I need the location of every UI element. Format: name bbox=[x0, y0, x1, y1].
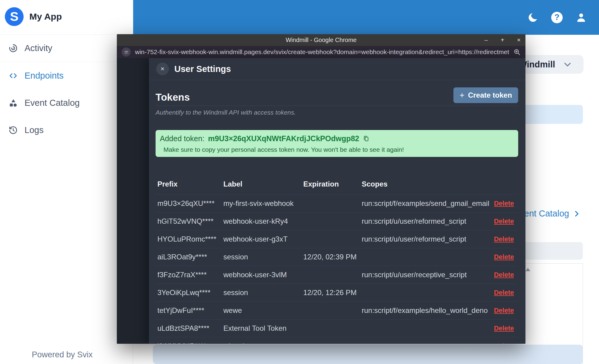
scroll-up-arrow-icon[interactable] bbox=[525, 268, 530, 271]
question-mark-icon: ? bbox=[551, 12, 563, 23]
token-scopes: run:script/u/user/receptive_script bbox=[362, 271, 491, 279]
token-table-row: hGiT52wVNQ**** webhook-user-kRy4 run:scr… bbox=[156, 213, 518, 230]
token-label: session bbox=[223, 288, 303, 297]
token-table-row: tetYjDwFuI**** wewe run:script/f/example… bbox=[156, 302, 518, 320]
token-scopes: run:script/u/user/reformed_script bbox=[362, 235, 491, 243]
app-sidebar: S My App Activity Endpoints Event Catalo… bbox=[0, 0, 133, 364]
token-label: my-first-svix-webhook bbox=[223, 199, 303, 208]
sidebar-header: S My App bbox=[0, 0, 133, 35]
zoom-page-icon[interactable] bbox=[513, 48, 521, 56]
svix-logo-icon: S bbox=[5, 7, 24, 26]
sidebar-item-endpoints[interactable]: Endpoints bbox=[0, 62, 133, 89]
column-header-scopes: Scopes bbox=[362, 180, 491, 188]
column-header-prefix: Prefix bbox=[157, 180, 223, 188]
token-prefix: 3YeOiKpLwq**** bbox=[157, 288, 223, 297]
token-label: webhook-user-3vlM bbox=[223, 271, 303, 279]
tokens-heading: Tokens bbox=[156, 92, 190, 103]
sidebar-item-label: Logs bbox=[25, 125, 44, 135]
token-prefix: aiL3ROat9y**** bbox=[157, 253, 223, 261]
delete-token-link[interactable]: Delete bbox=[494, 253, 514, 261]
sidebar-item-activity[interactable]: Activity bbox=[0, 35, 133, 62]
delete-token-link[interactable]: Delete bbox=[494, 235, 514, 243]
modal-overlay[interactable] bbox=[117, 58, 149, 344]
sidebar-item-label: Activity bbox=[25, 43, 52, 53]
token-table-row: uLdBztSPA8**** External Tool Token Delet… bbox=[156, 320, 518, 337]
token-label: wewe bbox=[223, 306, 303, 315]
create-token-button[interactable]: + Create token bbox=[453, 87, 518, 103]
token-table-row: HYOLuPRomc**** webhook-user-g3xT run:scr… bbox=[156, 230, 518, 248]
endpoints-icon bbox=[8, 71, 18, 80]
token-table-row: m9U3×26qXU**** my-first-svix-webhook run… bbox=[156, 195, 518, 213]
sidebar-item-label: Event Catalog bbox=[25, 98, 80, 108]
window-controls: – + × bbox=[483, 34, 522, 46]
token-value: m9U3×26qXUXqNWtFAKrdjJCkPOdwgp82 bbox=[208, 134, 359, 143]
delete-token-link[interactable]: Delete bbox=[494, 289, 514, 297]
close-window-button[interactable]: × bbox=[516, 37, 522, 44]
added-token-label: Added token: bbox=[160, 134, 204, 143]
delete-token-link[interactable]: Delete bbox=[494, 342, 514, 344]
delete-token-link[interactable]: Delete bbox=[494, 307, 514, 314]
tokens-subtitle: Authentify to the Windmill API with acce… bbox=[156, 109, 518, 116]
chrome-window: Windmill - Google Chrome – + × win-752-f… bbox=[117, 34, 525, 344]
url-input[interactable]: win-752-fix-svix-webhook-win.windmill.pa… bbox=[135, 48, 509, 56]
drawer-body: Tokens + Create token Authentify to the … bbox=[149, 80, 525, 344]
added-token-line: Added token: m9U3×26qXUXqNWtFAKrdjJCkPOd… bbox=[160, 134, 512, 143]
sidebar-item-logs[interactable]: Logs bbox=[0, 116, 133, 144]
activity-icon bbox=[8, 44, 18, 53]
tokens-table-body: m9U3×26qXU**** my-first-svix-webhook run… bbox=[156, 195, 518, 344]
copy-token-button[interactable] bbox=[363, 135, 369, 142]
create-token-label: Create token bbox=[468, 91, 512, 99]
app-title: My App bbox=[29, 11, 62, 22]
tokens-table: Prefix Label Expiration Scopes m9U3×26qX… bbox=[156, 178, 518, 344]
minimize-button[interactable]: – bbox=[483, 37, 489, 44]
user-menu-button[interactable] bbox=[575, 12, 587, 23]
window-titlebar[interactable]: Windmill - Google Chrome – + × bbox=[117, 34, 525, 46]
token-prefix: i9AiXYVkIR**** bbox=[157, 342, 223, 344]
chevron-down-icon bbox=[563, 60, 572, 69]
token-label: session bbox=[223, 253, 303, 261]
sidebar-item-event-catalog[interactable]: Event Catalog bbox=[0, 89, 133, 116]
dark-mode-toggle[interactable] bbox=[527, 12, 538, 23]
token-prefix: tetYjDwFuI**** bbox=[157, 306, 223, 315]
moon-icon bbox=[528, 12, 538, 23]
token-table-row: aiL3ROat9y**** session 12/20, 02:39 PM D… bbox=[156, 248, 518, 266]
close-drawer-button[interactable]: × bbox=[156, 63, 169, 75]
help-button[interactable]: ? bbox=[551, 12, 563, 23]
column-header-expiration: Expiration bbox=[303, 180, 362, 188]
token-prefix: HYOLuPRomc**** bbox=[157, 235, 223, 243]
token-prefix: hGiT52wVNQ**** bbox=[157, 217, 223, 226]
bottom-info-box bbox=[153, 345, 583, 364]
tokens-table-header: Prefix Label Expiration Scopes bbox=[156, 178, 518, 195]
delete-token-link[interactable]: Delete bbox=[494, 324, 514, 332]
added-token-banner: Added token: m9U3×26qXUXqNWtFAKrdjJCkPOd… bbox=[156, 130, 518, 157]
token-label: webhook-user-kRy4 bbox=[223, 217, 303, 226]
token-table-row: 3YeOiKpLwq**** session 12/20, 12:26 PM D… bbox=[156, 284, 518, 302]
site-settings-button[interactable] bbox=[122, 47, 131, 57]
token-prefix: uLdBztSPA8**** bbox=[157, 324, 223, 333]
token-table-row: i9AiXYVkIR**** wlwtwl Delete bbox=[156, 337, 518, 344]
column-header-label: Label bbox=[223, 180, 303, 188]
tokens-header-row: Tokens + Create token bbox=[156, 87, 518, 106]
event-catalog-icon bbox=[8, 98, 18, 108]
page-content: × User Settings Tokens + Create token Au… bbox=[117, 58, 525, 344]
token-expiration: 12/20, 12:26 PM bbox=[303, 288, 362, 297]
token-expiration: 12/20, 02:39 PM bbox=[303, 253, 362, 261]
app-header: ? bbox=[133, 0, 599, 35]
drawer-header: × User Settings bbox=[149, 58, 525, 80]
sidebar-item-label: Endpoints bbox=[25, 71, 64, 81]
maximize-button[interactable]: + bbox=[499, 37, 505, 44]
token-scopes: run:script/f/examples/hello_world_deno bbox=[362, 306, 491, 315]
token-label: wlwtwl bbox=[223, 342, 303, 344]
window-title: Windmill - Google Chrome bbox=[286, 37, 357, 44]
delete-token-link[interactable]: Delete bbox=[494, 200, 514, 207]
plus-icon: + bbox=[459, 91, 464, 100]
logs-icon bbox=[8, 125, 18, 135]
sliders-icon bbox=[124, 50, 129, 55]
token-scopes: run:script/f/examples/send_gmail_email bbox=[362, 199, 491, 208]
delete-token-link[interactable]: Delete bbox=[494, 271, 514, 279]
user-settings-drawer: × User Settings Tokens + Create token Au… bbox=[149, 58, 525, 344]
user-icon bbox=[575, 12, 587, 23]
delete-token-link[interactable]: Delete bbox=[494, 217, 514, 225]
powered-by-svix: Powered by Svix bbox=[32, 350, 93, 359]
header-icons: ? bbox=[527, 0, 587, 35]
